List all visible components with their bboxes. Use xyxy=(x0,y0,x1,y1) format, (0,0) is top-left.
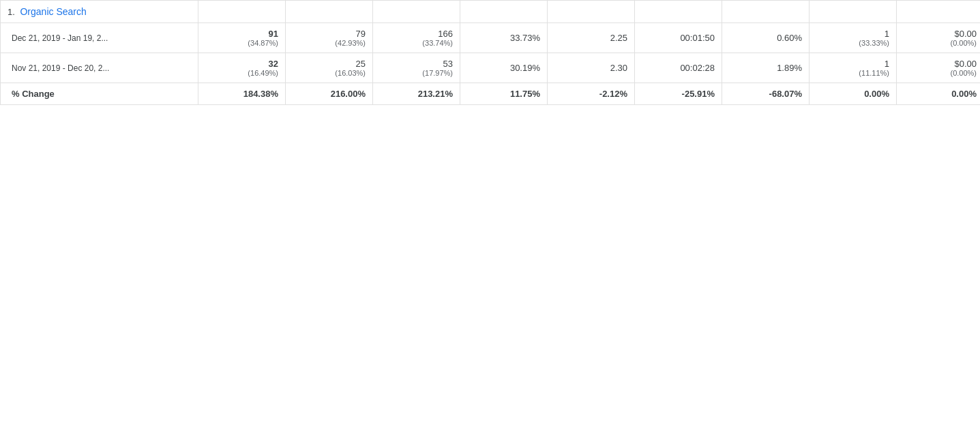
header-empty-7 xyxy=(722,1,810,23)
row2-col9-sub: (0.00%) xyxy=(904,69,977,77)
row2-col4: 30.19% xyxy=(460,53,548,83)
row2-col9-main: $0.00 xyxy=(954,59,977,69)
row2-col8: 1 (11.11%) xyxy=(810,53,897,83)
data-row-1: Dec 21, 2019 - Jan 19, 2... 91 (34.87%) … xyxy=(1,23,981,53)
row1-col9: $0.00 (0.00%) xyxy=(897,23,981,53)
data-row-2: Nov 21, 2019 - Dec 20, 2... 32 (16.49%) … xyxy=(1,53,981,83)
row1-col5: 2.25 xyxy=(548,23,635,53)
row1-col4: 33.73% xyxy=(460,23,548,53)
row2-col2-main: 25 xyxy=(356,59,366,69)
row1-col6: 00:01:50 xyxy=(635,23,722,53)
pct-col9: 0.00% xyxy=(897,83,981,105)
row2-col6: 00:02:28 xyxy=(635,53,722,83)
date-label-1: Dec 21, 2019 - Jan 19, 2... xyxy=(1,23,198,53)
pct-col1: 184.38% xyxy=(198,83,286,105)
row2-col8-main: 1 xyxy=(885,59,889,69)
row2-col1: 32 (16.49%) xyxy=(198,53,286,83)
row2-col3-sub: (17.97%) xyxy=(380,69,453,77)
row1-col9-sub: (0.00%) xyxy=(904,39,977,47)
pct-col5: -2.12% xyxy=(548,83,635,105)
pct-change-label: % Change xyxy=(1,83,198,105)
row2-col3-main: 53 xyxy=(443,59,453,69)
row1-col7: 0.60% xyxy=(722,23,810,53)
row2-col2: 25 (16.03%) xyxy=(286,53,373,83)
header-empty-8 xyxy=(810,1,897,23)
row2-col3: 53 (17.97%) xyxy=(373,53,460,83)
row2-col5: 2.30 xyxy=(548,53,635,83)
row-number: 1. xyxy=(8,7,15,17)
date-label-2: Nov 21, 2019 - Dec 20, 2... xyxy=(1,53,198,83)
row1-col9-main: $0.00 xyxy=(954,29,977,39)
pct-col8: 0.00% xyxy=(810,83,897,105)
source-header-row: 1. Organic Search xyxy=(1,1,981,23)
pct-col7: -68.07% xyxy=(722,83,810,105)
row1-col2-sub: (42.93%) xyxy=(293,39,366,47)
header-empty-6 xyxy=(635,1,722,23)
header-empty-2 xyxy=(286,1,373,23)
pct-col4: 11.75% xyxy=(460,83,548,105)
pct-col6: -25.91% xyxy=(635,83,722,105)
row2-col1-sub: (16.49%) xyxy=(205,69,278,77)
row1-col1-sub: (34.87%) xyxy=(205,39,278,47)
row2-col1-main: 32 xyxy=(269,59,278,69)
row2-col2-sub: (16.03%) xyxy=(293,69,366,77)
row2-col9: $0.00 (0.00%) xyxy=(897,53,981,83)
header-empty-4 xyxy=(460,1,548,23)
pct-col2: 216.00% xyxy=(286,83,373,105)
source-name-cell[interactable]: 1. Organic Search xyxy=(1,1,198,23)
row1-col8: 1 (33.33%) xyxy=(810,23,897,53)
row1-col8-sub: (33.33%) xyxy=(816,39,889,47)
row1-col3: 166 (33.74%) xyxy=(373,23,460,53)
header-empty-5 xyxy=(548,1,635,23)
pct-change-row: % Change 184.38% 216.00% 213.21% 11.75% … xyxy=(1,83,981,105)
header-empty-9 xyxy=(897,1,981,23)
source-name[interactable]: Organic Search xyxy=(20,6,86,17)
row1-col1: 91 (34.87%) xyxy=(198,23,286,53)
header-empty-1 xyxy=(198,1,286,23)
row2-col7: 1.89% xyxy=(722,53,810,83)
analytics-table: 1. Organic Search Dec 21, 2019 - Jan 19,… xyxy=(0,0,980,105)
pct-col3: 213.21% xyxy=(373,83,460,105)
header-empty-3 xyxy=(373,1,460,23)
row1-col3-main: 166 xyxy=(438,29,453,39)
row1-col3-sub: (33.74%) xyxy=(380,39,453,47)
row1-col8-main: 1 xyxy=(885,29,889,39)
row1-col2: 79 (42.93%) xyxy=(286,23,373,53)
row2-col8-sub: (11.11%) xyxy=(816,69,889,77)
row1-col1-main: 91 xyxy=(269,29,278,39)
row1-col2-main: 79 xyxy=(356,29,366,39)
